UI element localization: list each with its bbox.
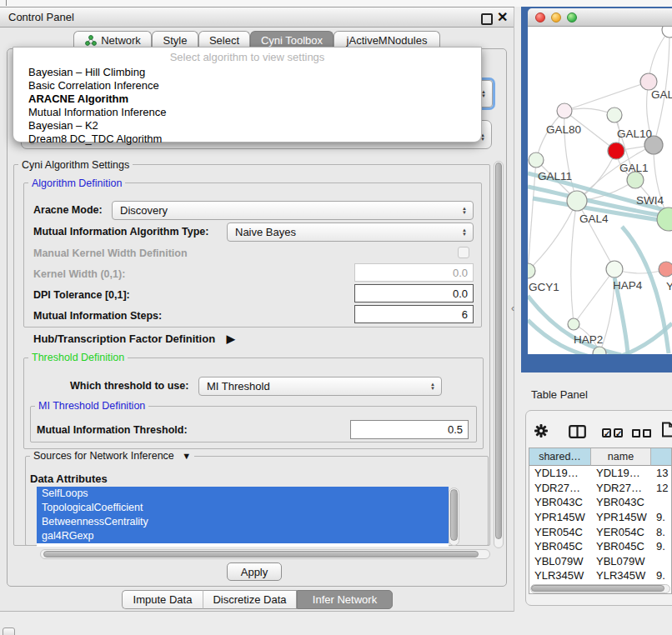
which-threshold-combobox[interactable]: MI Threshold ▲▼ (198, 377, 442, 396)
column-header[interactable]: shared… (529, 448, 591, 466)
dpi-tolerance-input[interactable]: 0.0 (354, 284, 474, 302)
network-node[interactable] (557, 103, 572, 118)
data-attribute-item[interactable]: TopologicalCoefficient (37, 501, 449, 515)
split-divider-arrow-icon[interactable]: ‹ (511, 302, 514, 314)
table-cell: YER054C (591, 526, 651, 538)
network-node-label: GAL1 (619, 162, 649, 174)
network-node[interactable] (657, 208, 672, 231)
deselect-all-rows-button[interactable] (632, 429, 651, 438)
algorithm-option[interactable]: Bayesian – Hill Climbing (25, 66, 481, 79)
network-node[interactable] (528, 263, 535, 278)
algorithm-option[interactable]: Bayesian – K2 (25, 119, 481, 132)
screen: Control Panel ✕ Network Style Select Cyn… (0, 0, 672, 635)
network-node[interactable] (568, 318, 579, 330)
tab-impute-data[interactable]: Impute Data (122, 590, 203, 609)
algorithm-option[interactable]: Basic Correlation Inference (25, 79, 481, 92)
network-node[interactable] (606, 261, 623, 278)
table-row[interactable]: YBR043CYBR043C (529, 495, 671, 510)
algorithm-definition-legend: Algorithm Definition (28, 178, 125, 189)
table-cell: 9. (651, 569, 671, 582)
tab-discretize-data-label: Discretize Data (213, 593, 286, 606)
tab-infer-network[interactable]: Infer Network (297, 590, 393, 609)
data-attributes-label: Data Attributes (30, 472, 108, 485)
table-cell: YBL079W (591, 555, 651, 568)
float-panel-icon[interactable] (481, 13, 493, 25)
column-header[interactable]: name (591, 448, 651, 466)
top-strip (0, 0, 672, 7)
table-cell: YPR145W (529, 511, 591, 523)
attributes-vscrollbar-thumb[interactable] (450, 489, 458, 541)
table-hscrollbar-thumb[interactable] (531, 585, 664, 592)
apply-button[interactable]: Apply (227, 562, 282, 581)
network-node[interactable] (608, 142, 624, 159)
network-node[interactable] (627, 172, 644, 188)
table-function-button[interactable] (661, 422, 672, 441)
control-panel-titlebar: Control Panel (0, 8, 514, 28)
table-cell: YPR145W (591, 511, 651, 523)
table-cell: YBL079W (529, 555, 591, 568)
table-header-row: shared…nameA (529, 448, 671, 466)
settings-hscrollbar-thumb[interactable] (43, 551, 479, 558)
tab-infer-network-label: Infer Network (313, 593, 377, 606)
unchecked-box-icon (643, 429, 651, 438)
kernel-width-value: 0.0 (453, 267, 468, 279)
minimize-window-icon[interactable] (551, 12, 561, 22)
network-canvas[interactable]: GALGAL80GAL10GAL1GAL11SWI4GAL4GCY1HAP4YH… (528, 27, 672, 354)
table-row[interactable]: YPR145WYPR145W9. (529, 510, 671, 525)
sources-legend[interactable]: Sources for Network Inference ▼ (30, 450, 194, 462)
network-node[interactable] (607, 108, 622, 122)
dpi-tolerance-label: DPI Tolerance [0,1]: (33, 289, 130, 301)
table-settings-button[interactable] (534, 423, 549, 442)
table-row[interactable]: YDR27…YDR27…12 (529, 481, 671, 496)
table-cell: YDL19… (529, 467, 591, 479)
network-node-label: GCY1 (529, 281, 559, 293)
algorithm-option[interactable]: ARACNE Algorithm (25, 92, 481, 106)
stepper-arrows-icon: ▲▼ (462, 228, 467, 237)
zoom-window-icon[interactable] (567, 12, 577, 22)
tab-style-label: Style (163, 34, 188, 47)
network-node[interactable] (567, 191, 587, 211)
aracne-mode-combobox[interactable]: Discovery ▲▼ (112, 201, 474, 220)
algorithm-option[interactable]: Mutual Information Inference (25, 106, 481, 119)
table-row[interactable]: YDL19…YDL19…13 (529, 466, 671, 481)
minimized-panel-button[interactable] (3, 628, 15, 635)
network-node[interactable] (640, 73, 657, 90)
table-row[interactable]: YER054CYER054C8. (529, 524, 671, 539)
network-node[interactable] (662, 27, 672, 38)
close-window-icon[interactable] (535, 12, 545, 22)
network-node[interactable] (529, 152, 544, 168)
mi-type-combobox[interactable]: Naive Bayes ▲▼ (227, 222, 474, 242)
column-header[interactable]: A (651, 448, 672, 466)
network-node[interactable] (659, 262, 672, 277)
kernel-width-label: Kernel Width (0,1): (33, 268, 125, 280)
table-cell: 13 (651, 467, 671, 479)
table-columns-button[interactable] (569, 425, 586, 442)
data-attribute-item[interactable]: gal4RGexp (37, 529, 449, 543)
table-cell: YLR345W (591, 569, 651, 582)
algorithm-dropdown-popup: Select algorithm to view settings Bayesi… (13, 47, 482, 142)
mi-threshold-legend: MI Threshold Definition (35, 400, 148, 412)
unchecked-box-icon (632, 429, 640, 438)
network-window-titlebar[interactable] (528, 8, 672, 27)
mi-steps-input[interactable]: 6 (354, 305, 474, 323)
network-node-label: GAL (651, 88, 672, 101)
mi-threshold-input[interactable]: 0.5 (350, 420, 469, 439)
data-attributes-list: SelfLoopsTopologicalCoefficientBetweenne… (37, 487, 449, 547)
table-row[interactable]: YLR345WYLR345W9. (529, 568, 671, 583)
hub-definition-toggle[interactable]: Hub/Transcription Factor Definition ▶ (33, 332, 235, 345)
stepper-arrows-icon: ▲▼ (462, 207, 467, 215)
mi-type-value: Naive Bayes (235, 226, 296, 238)
settings-vscrollbar-thumb[interactable] (495, 162, 502, 539)
sources-legend-label: Sources for Network Inference (33, 450, 174, 462)
table-cell: YDR27… (529, 482, 591, 494)
manual-kernel-checkbox[interactable] (458, 247, 469, 258)
algorithm-option[interactable]: Dream8 DC_TDC Algorithm (25, 132, 481, 146)
close-panel-icon[interactable]: ✕ (497, 12, 508, 22)
kernel-width-input[interactable]: 0.0 (354, 263, 474, 282)
data-attribute-item[interactable]: SelfLoops (37, 487, 449, 501)
table-row[interactable]: YBL079WYBL079W (529, 554, 671, 569)
data-attribute-item[interactable]: BetweennessCentrality (37, 515, 449, 529)
select-all-rows-button[interactable]: ✓ ✓ (602, 428, 623, 438)
table-row[interactable]: YBR045CYBR045C9. (529, 539, 671, 554)
tab-discretize-data[interactable]: Discretize Data (203, 590, 297, 609)
